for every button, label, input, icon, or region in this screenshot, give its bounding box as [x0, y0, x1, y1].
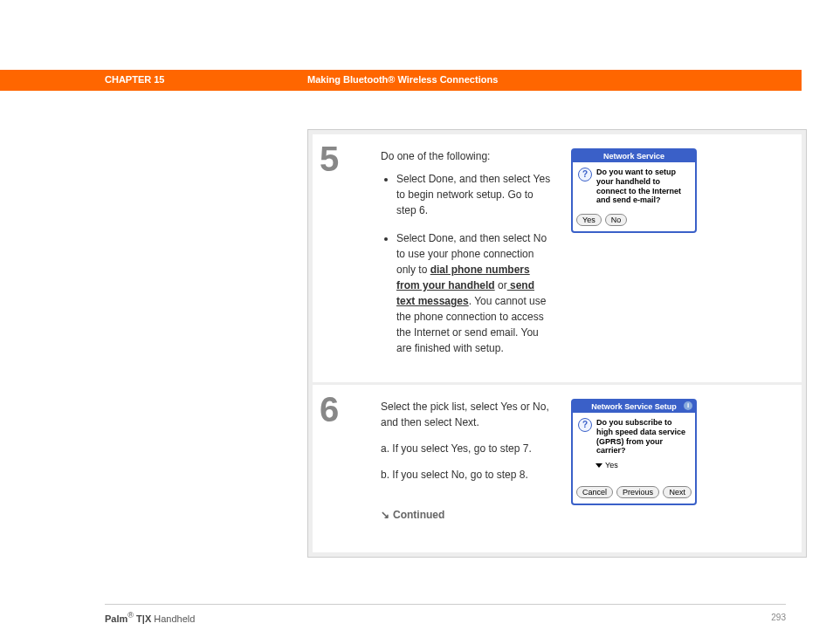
bullet-2: Select Done, and then select No to use y… [396, 230, 555, 356]
content-panel: 5 Do one of the following: Select Done, … [307, 129, 807, 558]
dialog-title: Network Service Setup i [573, 401, 695, 413]
step-figure-col: Network Service ? Do you want to setup y… [564, 134, 802, 382]
question-icon: ? [578, 168, 592, 182]
dialog-buttons: Cancel Previous Next [573, 483, 695, 504]
chapter-label: CHAPTER 15 [105, 74, 164, 85]
step-bullets: Select Done, and then select Yes to begi… [381, 171, 555, 356]
dialog-title: Network Service [573, 150, 695, 162]
chevron-down-icon [595, 463, 602, 468]
dialog-body: ? Do you want to setup your handheld to … [573, 162, 695, 210]
step-number: 6 [313, 385, 381, 552]
sub-b: b. If you select No, go to step 8. [381, 467, 555, 483]
bullet-1: Select Done, and then select Yes to begi… [396, 171, 555, 218]
no-button[interactable]: No [605, 214, 628, 226]
cancel-button[interactable]: Cancel [576, 486, 613, 498]
step-number: 5 [313, 134, 381, 382]
dialog-buttons: Yes No [573, 210, 695, 231]
step-text: Do one of the following: Select Done, an… [381, 134, 564, 382]
dialog-body-text: Do you subscribe to high speed data serv… [596, 418, 690, 456]
picklist[interactable]: Yes [573, 461, 695, 473]
step-row-6: 6 Select the pick list, select Yes or No… [313, 385, 802, 552]
yes-button[interactable]: Yes [576, 214, 602, 226]
previous-button[interactable]: Previous [616, 486, 659, 498]
step-figure-col: Network Service Setup i ? Do you subscri… [564, 385, 802, 552]
footer-brand: Palm® T|X Handheld [105, 611, 195, 624]
info-icon[interactable]: i [684, 401, 692, 410]
header-bar: CHAPTER 15 Making Bluetooth® Wireless Co… [0, 70, 802, 91]
page-number: 293 [771, 613, 786, 622]
continued-label: ↘Continued [381, 507, 555, 538]
step-intro: Select the pick list, select Yes or No, … [381, 399, 555, 430]
sub-a: a. If you select Yes, go to step 7. [381, 441, 555, 456]
footer-rule [105, 604, 786, 605]
continued-arrow-icon: ↘ [381, 507, 389, 523]
next-button[interactable]: Next [663, 486, 692, 498]
dialog-body-text: Do you want to setup your handheld to co… [596, 168, 690, 205]
step-text: Select the pick list, select Yes or No, … [381, 385, 564, 552]
question-icon: ? [578, 418, 592, 432]
dialog-body: ? Do you subscribe to high speed data se… [573, 413, 695, 461]
dialog-network-service: Network Service ? Do you want to setup y… [571, 148, 697, 233]
dialog-network-service-setup: Network Service Setup i ? Do you subscri… [571, 399, 697, 505]
chapter-title: Making Bluetooth® Wireless Connections [307, 74, 498, 85]
step-row-5: 5 Do one of the following: Select Done, … [313, 134, 802, 382]
step-intro: Do one of the following: [381, 148, 555, 164]
